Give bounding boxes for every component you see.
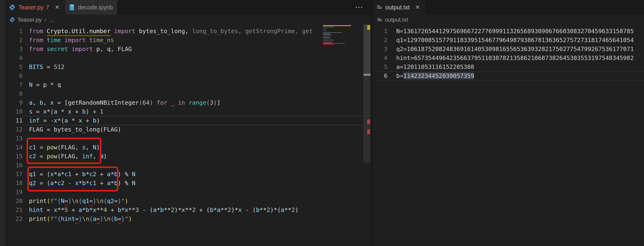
minimap-line bbox=[323, 39, 334, 40]
line-number: 21 bbox=[5, 206, 22, 215]
text-file-icon bbox=[377, 17, 382, 22]
code-line[interactable]: 11inf = -x*(a * x + b) bbox=[5, 116, 322, 125]
minimap-line bbox=[323, 32, 342, 33]
code-line[interactable]: 3from secret import p, q, FLAG bbox=[5, 45, 322, 54]
code-line[interactable]: 20print(f"{N=}\n{q1=}\n{q2=}") bbox=[5, 197, 322, 206]
code-line[interactable]: 8 bbox=[5, 89, 322, 98]
line-number: 16 bbox=[5, 161, 22, 170]
line-number: 22 bbox=[5, 215, 22, 224]
annotation-box-q1-q2 bbox=[27, 166, 118, 191]
line-number: 7 bbox=[5, 80, 22, 89]
line-number: 18 bbox=[5, 179, 22, 188]
code-line[interactable]: 3q2=106187520824836916140530981655653639… bbox=[373, 45, 644, 54]
code-line[interactable]: 5BITS = 512 bbox=[5, 63, 322, 72]
code-line[interactable]: 5a=12011053116152205388 bbox=[373, 63, 644, 72]
minimap[interactable] bbox=[322, 23, 364, 223]
code-line[interactable]: 1N=1361726544129756966722776999113265689… bbox=[373, 27, 644, 36]
breadcrumb-item-file[interactable]: Teaser.py bbox=[18, 16, 42, 23]
line-number: 17 bbox=[5, 170, 22, 179]
scrollbar[interactable] bbox=[364, 23, 370, 246]
breadcrumb-item-symbol[interactable]: … bbox=[49, 16, 55, 23]
line-number: 13 bbox=[5, 134, 22, 143]
code-line[interactable]: 1from Crypto.Util.number import bytes_to… bbox=[5, 27, 322, 36]
scrollbar-slider[interactable] bbox=[364, 76, 370, 162]
code-line[interactable]: 6b=11423234452039057359 bbox=[373, 72, 644, 80]
line-number: 2 bbox=[373, 36, 388, 45]
notebook-icon bbox=[69, 4, 75, 10]
line-number: 5 bbox=[5, 63, 22, 72]
code-line[interactable]: 12FLAG = bytes_to_long(FLAG) bbox=[5, 125, 322, 134]
line-number: 1 bbox=[373, 27, 388, 36]
line-number: 1 bbox=[5, 27, 22, 36]
minimap-line bbox=[323, 34, 330, 35]
code-line[interactable]: 10s = x*(a * x + b) + 1 bbox=[5, 107, 322, 116]
line-number: 14 bbox=[5, 143, 22, 152]
code-line[interactable]: 2q1=129700851577911833951546779649879386… bbox=[373, 36, 644, 45]
vscode-window: Teaser.py 7 ✕ decode.ipynb ⋯ bbox=[0, 0, 644, 246]
left-tab-bar: Teaser.py 7 ✕ decode.ipynb ⋯ bbox=[5, 0, 370, 14]
minimap-line bbox=[323, 29, 326, 29]
line-number: 12 bbox=[5, 125, 22, 134]
minimap-line bbox=[323, 40, 334, 41]
scrollbar-slider[interactable] bbox=[364, 24, 370, 74]
scrollbar-slider-edge[interactable] bbox=[364, 74, 370, 76]
current-line-border bbox=[22, 116, 364, 117]
breadcrumb-item-file[interactable]: output.txt bbox=[385, 16, 408, 23]
tab-output-txt[interactable]: output.txt ✕ bbox=[373, 0, 425, 14]
line-number: 4 bbox=[5, 54, 22, 63]
current-line-border bbox=[22, 125, 364, 125]
sidebar-edge[interactable] bbox=[0, 0, 5, 246]
tab-decode-ipynb[interactable]: decode.ipynb bbox=[65, 0, 117, 14]
python-icon bbox=[10, 17, 15, 22]
error-marker bbox=[367, 120, 370, 124]
code-line[interactable]: 4hint=6573544964235663795110387821358621… bbox=[373, 54, 644, 63]
error-marker bbox=[367, 129, 370, 134]
minimap-line bbox=[323, 38, 331, 38]
python-icon bbox=[9, 4, 16, 10]
line-number: 3 bbox=[5, 45, 22, 54]
line-number: 20 bbox=[5, 197, 22, 206]
warning-marker bbox=[367, 25, 370, 30]
line-number: 9 bbox=[5, 98, 22, 107]
minimap-line bbox=[323, 35, 332, 36]
editor-group-divider[interactable] bbox=[370, 0, 373, 246]
text-file-icon bbox=[376, 4, 382, 10]
chevron-right-icon: › bbox=[44, 16, 46, 23]
minimap-line bbox=[323, 37, 330, 37]
minimap-line bbox=[323, 31, 326, 31]
minimap-line bbox=[323, 26, 334, 27]
close-icon[interactable]: ✕ bbox=[414, 3, 421, 11]
problems-badge: 7 bbox=[46, 4, 49, 10]
left-code-editor[interactable]: 1from Crypto.Util.number import bytes_to… bbox=[5, 23, 322, 246]
minimap-line bbox=[323, 27, 334, 28]
minimap-line bbox=[323, 44, 334, 45]
tab-teaser-py[interactable]: Teaser.py 7 ✕ bbox=[5, 0, 64, 14]
right-tab-bar: output.txt ✕ bbox=[373, 0, 644, 14]
right-code-editor[interactable]: 1N=1361726544129756966722776999113265689… bbox=[373, 23, 644, 246]
line-number: 3 bbox=[373, 45, 388, 54]
code-line[interactable]: 6 bbox=[5, 72, 322, 80]
tab-label: Teaser.py bbox=[18, 4, 44, 11]
code-line[interactable]: 7N = p * q bbox=[5, 80, 322, 89]
code-line[interactable]: 9a, b, x = [getRandomNBitInteger(64) for… bbox=[5, 98, 322, 107]
line-number: 4 bbox=[373, 54, 388, 63]
tab-label: output.txt bbox=[385, 4, 410, 11]
minimap-line bbox=[323, 43, 345, 44]
annotation-box-c1-c2 bbox=[26, 137, 101, 164]
more-actions-button[interactable]: ⋯ bbox=[353, 2, 365, 12]
line-number: 2 bbox=[5, 36, 22, 45]
line-number: 19 bbox=[5, 188, 22, 197]
line-number: 8 bbox=[5, 89, 22, 98]
line-number: 6 bbox=[5, 72, 22, 80]
close-icon[interactable]: ✕ bbox=[54, 3, 60, 11]
line-number: 6 bbox=[373, 72, 388, 80]
minimap-line bbox=[323, 33, 330, 34]
line-number: 5 bbox=[373, 63, 388, 72]
code-line[interactable]: 4 bbox=[5, 54, 322, 63]
code-line[interactable]: 22print(f"{hint=}\n{a=}\n{b=}") bbox=[5, 215, 322, 224]
line-number: 10 bbox=[5, 107, 22, 116]
tab-label: decode.ipynb bbox=[78, 4, 113, 11]
line-number: 11 bbox=[5, 116, 22, 125]
code-line[interactable]: 21hint = x**5 + a*b*x**4 + b*x**3 - (a*b… bbox=[5, 206, 322, 215]
code-line[interactable]: 2from time import time_ns bbox=[5, 36, 322, 45]
